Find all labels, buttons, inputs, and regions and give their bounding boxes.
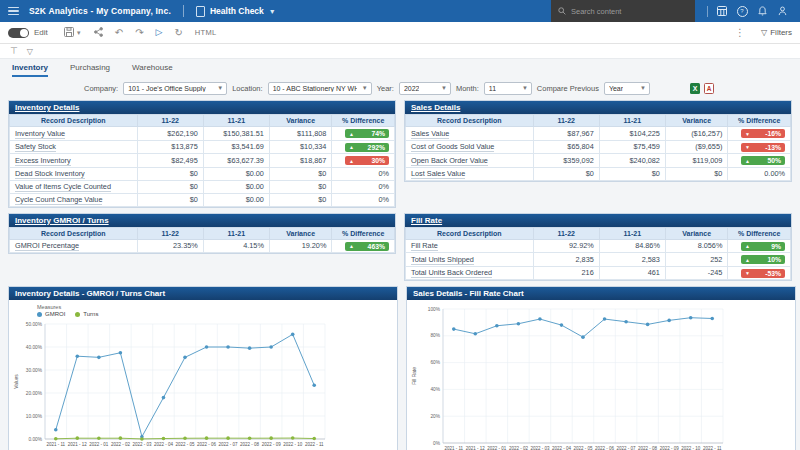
data-point	[517, 322, 521, 326]
value-cell: $13,875	[137, 140, 203, 154]
apps-grid-icon[interactable]	[712, 0, 732, 22]
value-cell: $0	[269, 180, 332, 193]
html-button[interactable]: HTML	[195, 29, 217, 37]
record-description[interactable]: Open Back Order Value	[406, 154, 534, 168]
edit-toggle[interactable]	[8, 28, 29, 38]
svg-text:20.00%: 20.00%	[26, 391, 43, 396]
fill-rate-chart-panel: Sales Details - Fill Rate Chart 0%20%40%…	[406, 286, 796, 450]
funnel-outline-icon[interactable]: ▽	[27, 47, 33, 56]
record-description[interactable]: Lost Sales Value	[406, 167, 534, 180]
svg-text:20%: 20%	[430, 414, 440, 419]
gmroi-turns-panel: Inventory GMROI / Turns Record Descripti…	[8, 213, 396, 255]
value-cell: $359,092	[533, 154, 599, 168]
svg-text:0.00%: 0.00%	[28, 437, 42, 442]
percent-difference-cell: 0%	[332, 167, 395, 180]
run-icon[interactable]: ▷	[156, 28, 163, 37]
user-icon[interactable]	[772, 0, 792, 22]
chart-svg: 0%20%40%60%80%100%2021 - 112021 - 122022…	[409, 302, 793, 450]
record-description[interactable]: Dead Stock Inventory	[10, 167, 138, 180]
fill-rate-table: Record Description11-2211-21Variance% Di…	[405, 227, 791, 281]
percent-difference-cell: ▲463%	[332, 239, 395, 253]
tab-warehouse[interactable]: Warehouse	[132, 63, 173, 77]
chevron-down-icon: ▼	[441, 85, 447, 91]
filter-list-icon[interactable]: ⊤	[10, 46, 18, 56]
filter-select-month[interactable]: 11▼	[484, 82, 532, 95]
undo-icon[interactable]: ↶	[115, 28, 123, 38]
value-cell: 4.15%	[203, 239, 269, 253]
chevron-down-icon: ▼	[217, 85, 223, 91]
export-excel-icon[interactable]: X	[690, 83, 700, 94]
data-point	[269, 345, 273, 349]
data-point	[248, 346, 252, 350]
record-description[interactable]: Excess Inventory	[10, 154, 138, 168]
column-header: 11-22	[137, 227, 203, 239]
svg-text:2022 - 05: 2022 - 05	[175, 442, 195, 447]
data-point	[689, 316, 693, 320]
help-icon[interactable]: ?	[732, 0, 752, 22]
record-description[interactable]: Cycle Count Change Value	[10, 193, 138, 206]
record-description[interactable]: Total Units Back Ordered	[406, 266, 534, 280]
record-description[interactable]: GMROI Percentage	[10, 239, 138, 253]
data-point	[538, 317, 542, 321]
divider	[707, 6, 708, 17]
svg-text:2021 - 12: 2021 - 12	[68, 442, 88, 447]
chevron-down-icon[interactable]: ▼	[269, 8, 276, 15]
record-description[interactable]: Cost of Goods Sold Value	[406, 140, 534, 154]
trend-badge: ▼-16%	[741, 129, 785, 138]
record-description[interactable]: Value of Items Cycle Counted	[10, 180, 138, 193]
document-title[interactable]: Health Check	[210, 6, 264, 16]
data-point	[312, 383, 316, 387]
refresh-icon[interactable]: ↻	[174, 28, 182, 38]
arrow-up-icon: ▲	[745, 158, 750, 164]
record-description[interactable]: Sales Value	[406, 127, 534, 141]
record-description[interactable]: Fill Rate	[406, 239, 534, 253]
filter-bar: Company:101 - Joe's Office Supply▼Locati…	[0, 77, 800, 100]
app-title: S2K Analytics - My Company, Inc.	[29, 6, 171, 16]
chevron-down-icon: ▼	[362, 85, 368, 91]
percent-difference-cell: 0%	[332, 180, 395, 193]
record-description[interactable]: Inventory Value	[10, 127, 138, 141]
filter-value-company: 101 - Joe's Office Supply	[128, 85, 205, 92]
filter-select-year[interactable]: 2022▼	[399, 82, 451, 95]
tab-inventory[interactable]: Inventory	[12, 63, 48, 77]
redo-icon[interactable]: ↷	[135, 28, 143, 38]
charts-row: Inventory Details - GMROI / Turns Chart …	[0, 286, 800, 450]
record-description[interactable]: Total Units Shipped	[406, 253, 534, 267]
column-header: % Difference	[332, 227, 395, 239]
svg-text:2022 - 11: 2022 - 11	[703, 446, 722, 450]
notifications-bell-icon[interactable]	[752, 0, 772, 22]
value-cell: $119,009	[665, 154, 728, 168]
export-pdf-icon[interactable]: A	[704, 83, 714, 94]
column-header: % Difference	[332, 115, 395, 127]
value-cell: $0	[599, 167, 665, 180]
filter-select-location[interactable]: 10 - ABC Stationery NY WH▼	[268, 82, 372, 95]
legend-dot-icon	[37, 312, 42, 317]
percent-difference-cell: 0.00%	[728, 167, 791, 180]
tab-purchasing[interactable]: Purchasing	[70, 63, 110, 77]
menu-icon[interactable]	[8, 5, 19, 18]
filter-select-compare-previous[interactable]: Year▼	[604, 82, 650, 95]
save-icon[interactable]	[64, 27, 74, 39]
share-icon[interactable]	[94, 27, 103, 39]
filter-select-company[interactable]: 101 - Joe's Office Supply▼	[123, 82, 227, 95]
percent-difference-cell: 0%	[332, 193, 395, 206]
value-cell: 252	[665, 253, 728, 267]
chart-legend: Measures GMROITurns	[11, 302, 395, 317]
svg-text:2022 - 04: 2022 - 04	[154, 442, 174, 447]
filter-value-month: 11	[489, 85, 496, 92]
chevron-down-icon: ▼	[640, 85, 646, 91]
value-cell: $0	[533, 167, 599, 180]
column-header: Variance	[269, 227, 332, 239]
more-options-icon[interactable]: ⋮	[735, 28, 745, 38]
save-caret-icon[interactable]: ▼	[76, 30, 82, 36]
record-description[interactable]: Safety Stock	[10, 140, 138, 154]
search-input[interactable]: Search content	[551, 0, 695, 22]
value-cell: $63,627.39	[203, 154, 269, 168]
arrow-down-icon: ▼	[745, 270, 750, 276]
secondary-toolbar: ⊤ ▽	[0, 44, 800, 59]
filters-button[interactable]: ▽ Filters	[761, 28, 792, 37]
data-point	[269, 436, 273, 440]
arrow-down-icon: ▼	[745, 131, 750, 137]
arrow-up-icon: ▲	[745, 243, 750, 249]
svg-text:2022 - 05: 2022 - 05	[573, 446, 593, 450]
